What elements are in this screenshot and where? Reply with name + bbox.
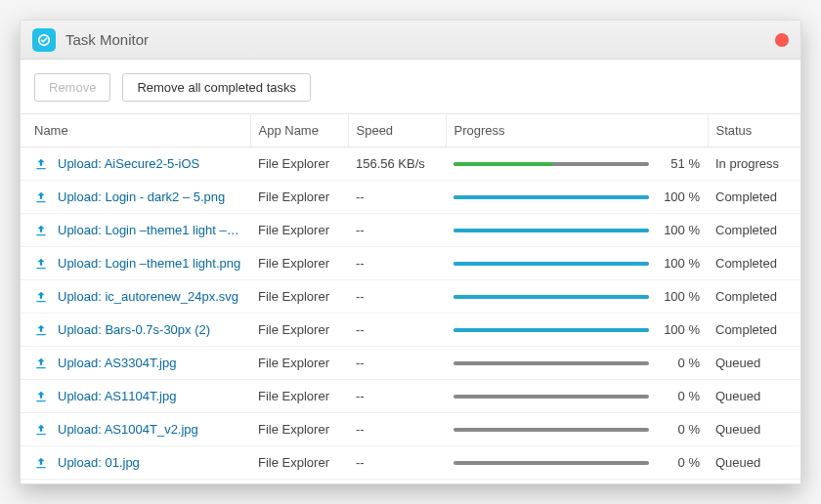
task-name-cell: Upload: AS1004T_v2.jpg: [34, 422, 242, 437]
task-name: Upload: AS1104T.jpg: [58, 389, 176, 403]
app-icon: [32, 28, 56, 52]
remove-all-completed-button[interactable]: Remove all completed tasks: [122, 73, 311, 102]
progress-fill: [454, 295, 649, 299]
task-status: Queued: [708, 446, 800, 480]
task-progress: 100 %: [454, 322, 700, 337]
progress-bar: [454, 262, 649, 266]
table-row[interactable]: Upload: Login –theme1 light – 1....File …: [21, 214, 800, 247]
titlebar: Task Monitor: [21, 21, 800, 60]
task-name-cell: Upload: AS3304T.jpg: [34, 356, 242, 370]
task-name: Upload: Bars-0.7s-30px (2): [58, 322, 210, 337]
progress-bar: [454, 361, 649, 365]
upload-icon: [34, 456, 48, 470]
task-speed: --: [348, 446, 446, 480]
progress-fill: [454, 162, 553, 166]
task-progress: 100 %: [454, 223, 700, 237]
table-row[interactable]: Upload: AS3304T.jpgFile Explorer--0 %Que…: [21, 347, 800, 380]
upload-icon: [34, 224, 48, 237]
task-status: Completed: [708, 247, 800, 280]
task-speed: --: [348, 214, 446, 247]
progress-bar: [454, 428, 649, 432]
progress-fill: [454, 328, 649, 332]
col-header-progress[interactable]: Progress: [446, 114, 708, 147]
table-row[interactable]: Upload: Bars-0.7s-30px (2)File Explorer-…: [21, 314, 800, 347]
progress-bar: [454, 195, 649, 199]
progress-percent: 100 %: [659, 223, 700, 237]
task-name-cell: Upload: Bars-0.7s-30px (2): [34, 322, 242, 337]
task-progress: 0 %: [454, 422, 700, 437]
upload-icon: [34, 190, 48, 204]
task-name: Upload: Login - dark2 – 5.png: [58, 189, 225, 204]
upload-icon: [34, 423, 48, 437]
task-app: File Explorer: [250, 214, 348, 247]
task-progress: 51 %: [454, 156, 700, 171]
task-progress: 100 %: [454, 289, 700, 304]
progress-percent: 100 %: [659, 189, 700, 204]
task-app: File Explorer: [250, 347, 348, 380]
task-name-cell: Upload: Login –theme1 light – 1....: [34, 223, 242, 237]
svg-rect-7: [36, 367, 45, 368]
toolbar: Remove Remove all completed tasks: [21, 60, 800, 113]
progress-percent: 100 %: [659, 289, 700, 304]
check-circle-icon: [37, 33, 51, 47]
col-header-status[interactable]: Status: [708, 114, 800, 147]
svg-rect-2: [36, 201, 45, 202]
table-row[interactable]: Upload: AS1104T.jpgFile Explorer--0 %Que…: [21, 380, 800, 413]
remove-button[interactable]: Remove: [34, 73, 110, 102]
task-speed: --: [348, 413, 446, 446]
task-speed: --: [348, 380, 446, 413]
task-name: Upload: AS1004T_v2.jpg: [58, 422, 198, 437]
task-speed: 156.56 KB/s: [348, 147, 446, 181]
progress-fill: [454, 195, 649, 199]
task-status: Completed: [708, 181, 800, 214]
task-progress: 0 %: [454, 389, 700, 403]
task-name: Upload: Login –theme1 light – 1....: [58, 223, 242, 237]
task-app: File Explorer: [250, 413, 348, 446]
task-status: Completed: [708, 214, 800, 247]
table-row[interactable]: Upload: AiSecure2-5-iOSFile Explorer156.…: [21, 147, 800, 181]
progress-percent: 100 %: [659, 322, 700, 337]
task-speed: --: [348, 314, 446, 347]
table-row[interactable]: Upload: 01.jpgFile Explorer--0 %Queued: [21, 446, 800, 480]
col-header-name[interactable]: Name: [21, 114, 250, 147]
svg-rect-6: [36, 334, 45, 335]
col-header-speed[interactable]: Speed: [348, 114, 446, 147]
task-table-scroll[interactable]: Name App Name Speed Progress Status Uplo…: [21, 113, 800, 483]
task-app: File Explorer: [250, 446, 348, 480]
svg-rect-9: [36, 434, 45, 435]
svg-rect-3: [36, 234, 45, 235]
task-progress: 0 %: [454, 356, 700, 370]
progress-bar: [454, 395, 649, 399]
progress-percent: 0 %: [659, 389, 700, 403]
col-header-app[interactable]: App Name: [250, 114, 348, 147]
upload-icon: [34, 257, 48, 271]
table-row[interactable]: Upload: AS1004T_v2.jpgFile Explorer--0 %…: [21, 413, 800, 446]
table-row[interactable]: Upload: Login - dark2 – 5.pngFile Explor…: [21, 181, 800, 214]
table-row[interactable]: Upload: ic_autorenew_24px.svgFile Explor…: [21, 280, 800, 314]
task-table: Name App Name Speed Progress Status Uplo…: [21, 113, 800, 480]
task-name: Upload: Login –theme1 light.png: [58, 256, 240, 271]
progress-fill: [454, 262, 649, 266]
task-status: Queued: [708, 380, 800, 413]
table-header-row: Name App Name Speed Progress Status: [21, 114, 800, 147]
task-status: Queued: [708, 347, 800, 380]
progress-percent: 51 %: [659, 156, 700, 171]
upload-icon: [34, 357, 48, 370]
progress-bar: [454, 162, 649, 166]
task-app: File Explorer: [250, 380, 348, 413]
task-speed: --: [348, 280, 446, 314]
upload-icon: [34, 157, 48, 171]
progress-bar: [454, 295, 649, 299]
task-app: File Explorer: [250, 280, 348, 314]
task-progress: 100 %: [454, 256, 700, 271]
task-progress: 100 %: [454, 189, 700, 204]
table-row[interactable]: Upload: Login –theme1 light.pngFile Expl…: [21, 247, 800, 280]
task-name: Upload: AS3304T.jpg: [58, 356, 176, 370]
close-button[interactable]: [775, 33, 789, 47]
task-app: File Explorer: [250, 147, 348, 181]
svg-rect-10: [36, 467, 45, 468]
upload-icon: [34, 290, 48, 304]
task-app: File Explorer: [250, 181, 348, 214]
task-speed: --: [348, 347, 446, 380]
task-progress: 0 %: [454, 455, 700, 470]
